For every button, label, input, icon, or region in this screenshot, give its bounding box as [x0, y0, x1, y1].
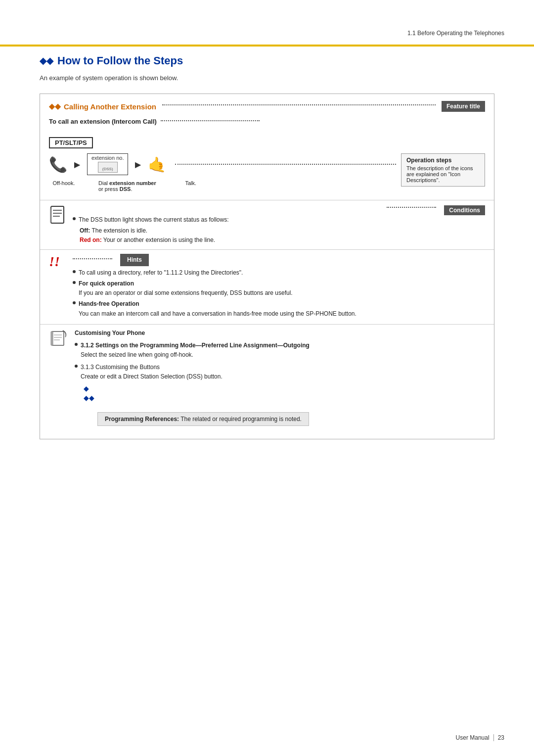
custom-content: Customising Your Phone 3.1.2 Settings on…	[75, 329, 485, 403]
hints-bullet2-title: For quick operation	[79, 280, 134, 287]
feature-dotted-line	[162, 104, 436, 105]
talk-icon: 🤙	[148, 156, 166, 173]
ops-note: Operation steps The description of the i…	[401, 153, 485, 187]
svg-marker-9	[65, 336, 66, 337]
page-title: ◆◆ How to Follow the Steps	[40, 54, 494, 67]
conditions-badge-wrap: Conditions	[73, 205, 485, 215]
hints-bullet3: Hands-free Operation You can make an int…	[73, 299, 485, 318]
conditions-sub-bullets: Off: Off: The extension is idle.The exte…	[80, 226, 485, 245]
ops-area: 📞 ▶ extension no. (DSS) ▶	[40, 153, 494, 200]
hints-bullet3-title: Hands-free Operation	[79, 300, 139, 307]
hints-bullet2: For quick operation If you are an operat…	[73, 279, 485, 298]
top-rule	[0, 45, 534, 47]
conditions-badge: Conditions	[444, 205, 485, 215]
main-box: ◆◆ Calling Another Extension Feature tit…	[40, 94, 494, 439]
extension-box-text: extension no.	[91, 155, 124, 161]
steps-dotted-line	[175, 164, 396, 165]
sub-section-title: To call an extension (Intercom Call)	[49, 118, 485, 125]
content-area: ◆◆ How to Follow the Steps An example of…	[0, 0, 534, 469]
step3-icon-wrap: 🤙	[148, 156, 166, 173]
feature-title: ◆◆ Calling Another Extension	[49, 102, 156, 111]
bullet-dot-c1	[75, 343, 78, 346]
page-footer: User Manual 23	[456, 734, 504, 741]
svg-rect-4	[52, 331, 64, 345]
prog-ref-box: Programming References: The related or r…	[97, 412, 309, 426]
ops-steps: 📞 ▶ extension no. (DSS) ▶	[49, 153, 396, 192]
custom-item1-text: Select the seized line when going off-ho…	[81, 351, 193, 358]
arrow1: ▶	[74, 160, 80, 169]
dss-device-icon: (DSS)	[98, 162, 118, 173]
step3-label: Talk.	[176, 180, 206, 186]
bullet-dot-hints2	[73, 281, 76, 284]
conditions-content: Conditions The DSS button light shows th…	[73, 204, 485, 245]
hints-bullet1-text: To call using a directory, refer to "1.1…	[79, 268, 243, 278]
offhook-icon: 📞	[49, 156, 67, 173]
custom-item2: 3.1.3 Customising the Buttons Create or …	[75, 363, 485, 381]
feature-row: ◆◆ Calling Another Extension Feature tit…	[40, 94, 494, 116]
svg-rect-0	[51, 206, 64, 223]
svg-rect-5	[51, 331, 53, 345]
conditions-red: Red on: Your or another extension is usi…	[80, 236, 485, 245]
sub-dotted-line	[161, 120, 260, 121]
step2-label: Dial extension numberor press DSS.	[98, 180, 156, 192]
footer-divider	[493, 734, 494, 741]
subtitle: An example of system operation is shown …	[40, 74, 494, 82]
conditions-bullet1: The DSS button light shows the current s…	[73, 215, 485, 225]
bullet-dot-hints1	[73, 270, 76, 273]
footer-label: User Manual	[456, 734, 490, 741]
step2-icon-wrap: extension no. (DSS)	[87, 153, 128, 175]
sub-section-title-text: To call an extension (Intercom Call)	[49, 118, 157, 125]
customising-icon	[49, 330, 69, 351]
header-section: 1.1 Before Operating the Telephones	[407, 30, 504, 37]
steps-row: 📞 ▶ extension no. (DSS) ▶	[49, 153, 396, 175]
ops-note-text: The description of the icons are explain…	[406, 165, 480, 183]
hints-bullet3-text: You can make an intercom call and have a…	[79, 310, 356, 317]
section-title: 1.1 Before Operating the Telephones	[407, 30, 504, 37]
bullet-dot-c2	[75, 365, 78, 368]
badge-ptsltps: PT/SLT/PS	[49, 137, 93, 148]
sub-diamonds: ◆ ◆◆	[84, 384, 485, 403]
custom-item2-label: 3.1.3 Customising the Buttons	[81, 364, 160, 371]
dss-label: (DSS)	[98, 167, 117, 171]
conditions-dotted	[387, 207, 436, 208]
custom-item2-text: Create or edit a Direct Station Selectio…	[81, 373, 222, 380]
prog-ref-text: Programming References: The related or r…	[105, 416, 302, 423]
extension-box: extension no. (DSS)	[87, 153, 128, 175]
step1-label: Off-hook.	[49, 180, 79, 186]
prog-ref-wrap: Programming References: The related or r…	[70, 409, 485, 432]
hints-badge: Hints	[120, 254, 149, 266]
bullet-dot-hints3	[73, 301, 76, 304]
hints-badge-wrap: Hints	[73, 254, 485, 266]
conditions-off: Off: Off: The extension is idle.The exte…	[80, 226, 485, 236]
hints-content: Hints To call using a directory, refer t…	[73, 254, 485, 320]
feature-title-badge: Feature title	[442, 101, 485, 112]
customising-title: Customising Your Phone	[75, 329, 485, 338]
footer-page: 23	[498, 734, 504, 741]
hints-bullet2-text: If you are an operator or dial some exte…	[79, 289, 293, 296]
conditions-icon	[49, 205, 67, 229]
ops-note-title: Operation steps	[406, 157, 480, 164]
custom-row: Customising Your Phone 3.1.2 Settings on…	[40, 324, 494, 407]
hints-bullet1: To call using a directory, refer to "1.1…	[73, 268, 485, 278]
page-wrapper: 1.1 Before Operating the Telephones ◆◆ H…	[0, 0, 534, 756]
hints-icon: !!	[49, 254, 67, 270]
feature-diamond-icon: ◆◆	[49, 102, 61, 111]
title-diamond-icon: ◆◆	[40, 55, 53, 66]
custom-item1: 3.1.2 Settings on the Programming Mode—P…	[75, 341, 485, 360]
conditions-row: Conditions The DSS button light shows th…	[40, 200, 494, 249]
steps-labels: Off-hook. Dial extension numberor press …	[49, 180, 396, 192]
sub-section: To call an extension (Intercom Call)	[40, 116, 494, 135]
custom-item1-bold: 3.1.2 Settings on the Programming Mode—P…	[81, 342, 310, 349]
arrow2: ▶	[135, 160, 141, 169]
feature-title-label: Calling Another Extension	[64, 102, 156, 111]
hints-row: !! Hints To call using a directory, refe…	[40, 249, 494, 324]
page-title-text: How to Follow the Steps	[57, 54, 183, 67]
conditions-text: The DSS button light shows the current s…	[73, 215, 485, 245]
step1-icon-wrap: 📞	[49, 156, 67, 173]
hints-dotted	[73, 258, 112, 259]
bullet-dot	[73, 217, 76, 220]
